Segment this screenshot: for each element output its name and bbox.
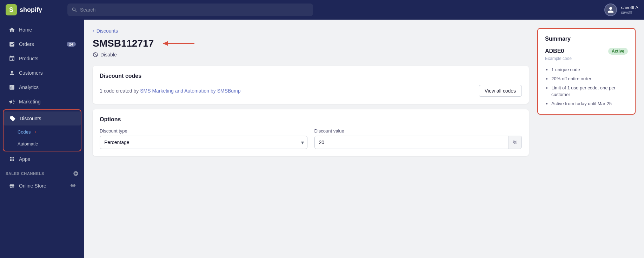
page-title: SMSB112717 — [93, 38, 154, 49]
online-store-view-icon[interactable] — [70, 183, 76, 189]
view-all-codes-button[interactable]: View all codes — [479, 85, 522, 97]
options-row: Discount type Percentage Fixed amount Fr… — [100, 128, 522, 149]
search-bar[interactable] — [67, 4, 313, 16]
discount-value-input-wrapper: % — [314, 136, 522, 149]
home-icon — [8, 26, 15, 33]
customers-icon — [8, 69, 15, 76]
main-content: ‹ Discounts SMSB112717 Disable — [84, 20, 644, 258]
options-card-title: Options — [100, 116, 522, 123]
sidebar-label-online-store: Online Store — [19, 183, 46, 189]
sidebar-label-analytics: Analytics — [19, 84, 39, 90]
discount-type-group: Discount type Percentage Fixed amount Fr… — [100, 128, 307, 149]
header-right: savofff A savofff — [604, 4, 638, 16]
discount-codes-text: 1 code created by SMS Marketing and Auto… — [100, 88, 241, 94]
discount-codes-card-title: Discount codes — [100, 73, 522, 79]
sales-channels-header: SALES CHANNELS — [0, 167, 84, 178]
sidebar-label-automatic: Automatic — [18, 141, 38, 147]
breadcrumb-label: Discounts — [97, 28, 118, 34]
smsbump-link[interactable]: SMS Marketing and Automation by SMSBump — [140, 88, 240, 94]
discount-codes-card: Discount codes 1 code created by SMS Mar… — [93, 66, 529, 104]
avatar — [604, 4, 617, 16]
sidebar-item-analytics[interactable]: Analytics — [3, 80, 81, 94]
products-icon — [8, 55, 15, 62]
sales-channels-label: SALES CHANNELS — [6, 171, 44, 176]
discount-type-label: Discount type — [100, 128, 307, 134]
discounts-section: Discounts Codes ← Automatic — [3, 109, 81, 151]
percent-suffix: % — [509, 136, 522, 149]
summary-detail-1: 20% off entire order — [551, 76, 628, 82]
app-header: S shopify savofff A savofff — [0, 0, 644, 20]
sidebar-label-codes: Codes — [18, 129, 31, 135]
summary-card: Summary ADBE0 Active Example code 1 uniq… — [537, 28, 636, 115]
discount-type-select-wrapper: Percentage Fixed amount Free shipping Bu… — [100, 136, 307, 149]
logo-area: S shopify — [6, 4, 62, 15]
sidebar-item-apps[interactable]: Apps — [3, 152, 81, 166]
apps-icon — [8, 156, 15, 163]
discounts-icon — [9, 115, 16, 122]
discount-codes-row: 1 code created by SMS Marketing and Auto… — [100, 85, 522, 97]
summary-detail-2: Limit of 1 use per code, one per custome… — [551, 85, 628, 97]
analytics-icon — [8, 84, 15, 91]
disable-label: Disable — [100, 52, 117, 57]
search-icon — [72, 7, 77, 13]
sidebar-label-apps: Apps — [19, 156, 30, 162]
user-name: savofff A — [621, 5, 638, 11]
app-layout: Home Orders 24 Products Customers — [0, 20, 644, 258]
disable-button[interactable]: Disable — [93, 52, 529, 57]
sidebar-label-home: Home — [19, 27, 32, 33]
logo-text: shopify — [20, 6, 42, 14]
discount-type-select[interactable]: Percentage Fixed amount Free shipping Bu… — [100, 136, 307, 149]
sidebar-label-discounts: Discounts — [20, 116, 41, 121]
sidebar-item-codes[interactable]: Codes ← — [5, 125, 79, 138]
summary-detail-0: 1 unique code — [551, 67, 628, 73]
description-prefix: 1 code created by — [100, 88, 140, 94]
discount-value-label: Discount value — [314, 128, 522, 134]
orders-icon — [8, 41, 15, 48]
summary-code: ADBE0 — [545, 48, 564, 54]
search-input[interactable] — [80, 7, 309, 13]
page-title-row: SMSB112717 — [93, 38, 529, 49]
sidebar-label-products: Products — [19, 56, 38, 61]
content-area: ‹ Discounts SMSB112717 Disable — [93, 28, 529, 250]
summary-sidebar: Summary ADBE0 Active Example code 1 uniq… — [537, 28, 636, 250]
disable-icon — [93, 52, 98, 57]
sidebar-item-home[interactable]: Home — [3, 23, 81, 37]
sidebar-label-marketing: Marketing — [19, 99, 40, 104]
summary-details-list: 1 unique code 20% off entire order Limit… — [545, 67, 628, 107]
sidebar-label-orders: Orders — [19, 41, 34, 47]
orders-badge: 24 — [67, 42, 76, 47]
add-sales-channel-icon[interactable] — [73, 171, 79, 176]
sidebar-item-automatic[interactable]: Automatic — [5, 138, 79, 149]
sidebar-item-products[interactable]: Products — [3, 52, 81, 66]
sidebar-item-discounts[interactable]: Discounts — [4, 111, 81, 125]
user-info: savofff A savofff — [621, 5, 638, 15]
summary-detail-3: Active from today until Mar 25 — [551, 101, 628, 107]
summary-code-row: ADBE0 Active — [545, 48, 628, 55]
sidebar-label-customers: Customers — [19, 70, 43, 76]
discount-value-group: Discount value % — [314, 128, 522, 149]
sidebar-item-marketing[interactable]: Marketing — [3, 95, 81, 109]
options-card: Options Discount type Percentage Fixed a… — [93, 109, 529, 156]
sidebar-item-customers[interactable]: Customers — [3, 66, 81, 80]
summary-title: Summary — [545, 36, 628, 42]
breadcrumb[interactable]: ‹ Discounts — [93, 28, 529, 34]
breadcrumb-arrow: ‹ — [93, 28, 94, 34]
sidebar-item-online-store[interactable]: Online Store — [3, 179, 81, 193]
active-badge: Active — [608, 48, 628, 55]
shopify-logo-icon: S — [6, 4, 17, 15]
sidebar-item-orders[interactable]: Orders 24 — [3, 37, 81, 51]
discount-value-input[interactable] — [315, 136, 509, 149]
red-arrow-annotation — [159, 39, 201, 48]
svg-marker-1 — [163, 41, 168, 46]
codes-arrow-annotation: ← — [34, 128, 40, 136]
example-code-label: Example code — [545, 56, 628, 61]
online-store-icon — [8, 182, 15, 189]
sidebar: Home Orders 24 Products Customers — [0, 20, 84, 258]
marketing-icon — [8, 98, 15, 105]
user-sub: savofff — [621, 10, 638, 15]
